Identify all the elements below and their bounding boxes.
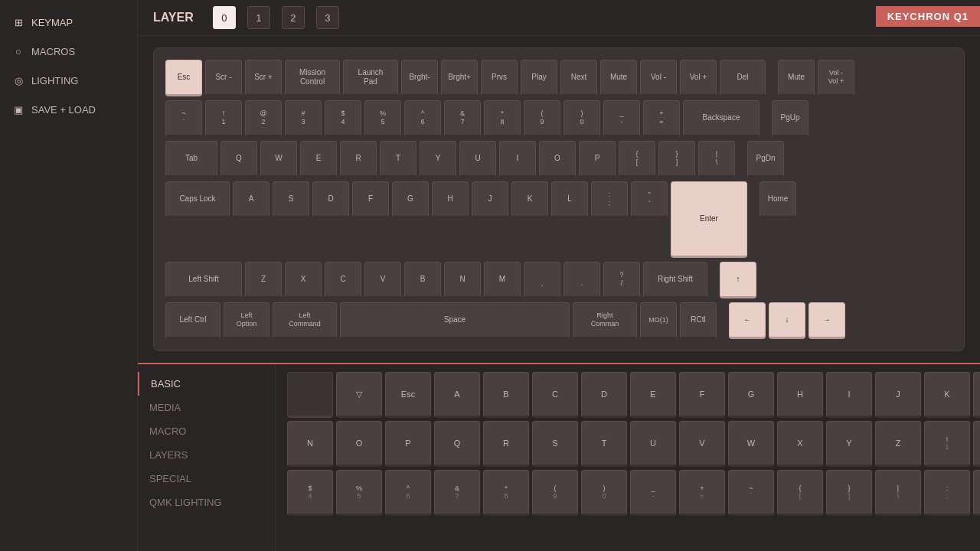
sidebar-item-macros[interactable]: ○ MACROS [0, 37, 137, 66]
palette-key-v[interactable]: V [679, 421, 725, 467]
layer-btn-3[interactable]: 3 [316, 6, 339, 29]
key-vol-ext[interactable]: Vol -Vol + [818, 60, 854, 96]
palette-key-y[interactable]: Y [826, 421, 872, 467]
palette-key-i[interactable]: I [826, 372, 872, 418]
key-t[interactable]: T [380, 141, 416, 178]
palette-key-tilde[interactable]: ~` [728, 470, 774, 516]
key-slash[interactable]: ?/ [603, 262, 640, 298]
key-play[interactable]: Play [521, 60, 557, 96]
palette-key-pipe[interactable]: |\ [875, 470, 921, 516]
palette-key-underscore[interactable]: _- [630, 470, 676, 516]
key-up[interactable]: ↑ [720, 262, 756, 298]
key-prvs[interactable]: Prvs [481, 60, 518, 96]
palette-key-q[interactable]: Q [434, 421, 480, 467]
palette-key-colon[interactable]: :; [924, 470, 970, 516]
bottom-sidebar-qmk-lighting[interactable]: QMK LIGHTING [138, 491, 275, 514]
key-brght-minus[interactable]: Brght- [401, 60, 438, 96]
key-space[interactable]: Space [340, 302, 570, 339]
palette-key-star[interactable]: *8 [483, 470, 529, 516]
key-e[interactable]: E [300, 141, 337, 178]
key-f[interactable]: F [352, 181, 389, 218]
key-next[interactable]: Next [560, 60, 597, 96]
key-n[interactable]: N [444, 262, 481, 298]
key-i[interactable]: I [499, 141, 536, 178]
sidebar-item-saveload[interactable]: ▣ SAVE + LOAD [0, 95, 137, 124]
key-del[interactable]: Del [720, 60, 766, 96]
key-0[interactable]: )0 [564, 100, 600, 137]
key-scr-minus[interactable]: Scr - [205, 60, 242, 96]
palette-key-dollar[interactable]: $4 [287, 470, 333, 516]
key-period[interactable]: . [564, 262, 600, 298]
bottom-sidebar-basic[interactable]: BASIC [138, 372, 275, 396]
key-left[interactable]: ← [729, 302, 766, 339]
palette-key-s[interactable]: S [532, 421, 578, 467]
key-q[interactable]: Q [220, 141, 257, 178]
palette-key-p[interactable]: P [385, 421, 431, 467]
key-backspace[interactable]: Backspace [683, 100, 760, 137]
key-mute-ext[interactable]: Mute [778, 60, 815, 96]
key-mute[interactable]: Mute [600, 60, 637, 96]
layer-btn-1[interactable]: 1 [247, 6, 270, 29]
key-brght-plus[interactable]: Brght+ [441, 60, 478, 96]
key-tab[interactable]: Tab [165, 141, 217, 178]
palette-key-b[interactable]: B [483, 372, 529, 418]
key-h[interactable]: H [432, 181, 469, 218]
key-y[interactable]: Y [420, 141, 456, 178]
palette-key-rbrace[interactable]: }] [826, 470, 872, 516]
key-g[interactable]: G [392, 181, 429, 218]
palette-key-t[interactable]: T [581, 421, 627, 467]
bottom-sidebar-media[interactable]: MEDIA [138, 396, 275, 419]
key-l[interactable]: L [551, 181, 588, 218]
key-scr-plus[interactable]: Scr + [245, 60, 282, 96]
palette-key-l[interactable]: L [973, 372, 980, 418]
key-rbracket[interactable]: }] [658, 141, 695, 178]
key-left-ctrl[interactable]: Left Ctrl [165, 302, 220, 339]
key-rctl[interactable]: RCtl [680, 302, 717, 339]
layer-btn-0[interactable]: 0 [213, 6, 236, 29]
key-vol-minus[interactable]: Vol - [640, 60, 677, 96]
palette-key-f[interactable]: F [679, 372, 725, 418]
palette-key-a[interactable]: A [434, 372, 480, 418]
key-3[interactable]: #3 [285, 100, 322, 137]
sidebar-item-keymap[interactable]: ⊞ KEYMAP [0, 8, 137, 37]
key-p[interactable]: P [579, 141, 616, 178]
palette-key-w[interactable]: W [728, 421, 774, 467]
palette-key-r[interactable]: R [483, 421, 529, 467]
key-6[interactable]: ^6 [404, 100, 441, 137]
key-7[interactable]: &7 [444, 100, 481, 137]
key-caps-lock[interactable]: Caps Lock [165, 181, 230, 218]
palette-key-percent[interactable]: %5 [336, 470, 382, 516]
key-esc[interactable]: Esc [165, 60, 202, 96]
key-mo1[interactable]: MO(1) [640, 302, 677, 339]
key-enter[interactable]: Enter [671, 181, 747, 258]
palette-key-c[interactable]: C [532, 372, 578, 418]
key-c[interactable]: C [325, 262, 361, 298]
palette-key-k[interactable]: K [924, 372, 970, 418]
palette-key-d[interactable]: D [581, 372, 627, 418]
key-j[interactable]: J [472, 181, 508, 218]
key-right-command[interactable]: RightComman [573, 302, 637, 339]
key-o[interactable]: O [539, 141, 576, 178]
key-9[interactable]: (9 [524, 100, 560, 137]
palette-key-g[interactable]: G [728, 372, 774, 418]
key-u[interactable]: U [459, 141, 496, 178]
key-quote[interactable]: "' [631, 181, 668, 218]
key-v[interactable]: V [364, 262, 401, 298]
key-comma[interactable]: , [524, 262, 560, 298]
key-equals[interactable]: += [643, 100, 680, 137]
key-w[interactable]: W [260, 141, 297, 178]
key-a[interactable]: A [233, 181, 270, 218]
key-k[interactable]: K [511, 181, 548, 218]
palette-key-dquote[interactable]: "' [973, 470, 980, 516]
key-8[interactable]: *8 [484, 100, 521, 137]
key-minus[interactable]: _- [603, 100, 640, 137]
palette-key-u[interactable]: U [630, 421, 676, 467]
palette-key-n2[interactable]: N [287, 421, 333, 467]
key-down[interactable]: ↓ [769, 302, 805, 339]
key-pgup[interactable]: PgUp [772, 100, 808, 137]
palette-key-lparen[interactable]: (9 [532, 470, 578, 516]
key-d[interactable]: D [312, 181, 349, 218]
key-1[interactable]: !1 [205, 100, 242, 137]
palette-key-x[interactable]: X [777, 421, 823, 467]
key-s[interactable]: S [273, 181, 309, 218]
